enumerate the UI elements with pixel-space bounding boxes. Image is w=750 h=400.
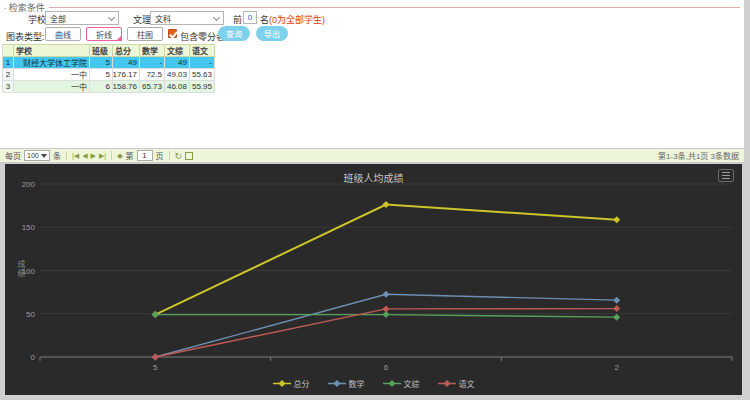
cell-comprehensive: 49.03	[165, 69, 190, 81]
svg-text:2: 2	[614, 363, 619, 372]
per-page-suffix: 条	[53, 150, 61, 161]
svg-text:5: 5	[153, 363, 158, 372]
data-point-数学[interactable]	[383, 291, 390, 298]
chart-legend: 总分数学文综语文	[5, 378, 742, 389]
header-class[interactable]: 班级	[90, 45, 113, 57]
table-row[interactable]: 1 财经大学体工学院 5 49 - 49 -	[3, 57, 215, 69]
cell-total: 158.76	[113, 81, 140, 93]
chart-type-label: 图表类型:	[6, 30, 45, 43]
data-point-文综[interactable]	[152, 311, 159, 318]
legend-item-数学[interactable]: 数学	[328, 378, 365, 389]
cell-class: 6	[90, 81, 113, 93]
legend-label: 数学	[349, 378, 365, 389]
prev-page-icon[interactable]: ◀	[82, 152, 87, 160]
collapse-dash-icon[interactable]: -	[4, 3, 7, 12]
school-select[interactable]: 全部	[45, 11, 119, 25]
cell-total: 176.17	[113, 69, 140, 81]
per-page-select[interactable]: 100	[24, 150, 50, 161]
header-row-number	[3, 45, 14, 57]
select-arrow-icon	[41, 154, 47, 158]
table-row[interactable]: 3 一中 6 158.76 65.73 46.08 55.95	[3, 81, 215, 93]
resize-icon[interactable]	[185, 152, 193, 160]
data-point-数学[interactable]	[613, 297, 620, 304]
table-pager: 每页 100 条 |◀ ◀ ▶ ▶| ◆ 第 页 ↻ 第1-3	[0, 148, 744, 163]
cell-school: 财经大学体工学院	[14, 57, 90, 69]
subject-select[interactable]: 文科	[150, 11, 224, 25]
svg-text:50: 50	[26, 310, 35, 319]
header-math[interactable]: 数学	[140, 45, 165, 57]
chevron-down-icon	[108, 13, 115, 20]
cell-comprehensive: 49	[165, 57, 190, 69]
legend-label: 总分	[294, 378, 310, 389]
legend-marker-icon	[383, 379, 401, 388]
data-point-语文[interactable]	[613, 305, 620, 312]
legend-marker-icon	[273, 379, 291, 388]
chart-canvas[interactable]: 050100150200562	[5, 164, 742, 395]
header-comprehensive[interactable]: 文综	[165, 45, 190, 57]
cell-row-number: 2	[3, 69, 14, 81]
first-page-icon[interactable]: |◀	[72, 152, 79, 160]
svg-text:0: 0	[31, 353, 36, 362]
top-n-suffix-text: 名	[260, 15, 269, 25]
export-button[interactable]: 导出	[256, 26, 288, 41]
cell-math: -	[140, 57, 165, 69]
table-row[interactable]: 2 一中 5 176.17 72.5 49.03 55.63	[3, 69, 215, 81]
per-page-label: 每页	[5, 150, 21, 161]
svg-text:150: 150	[22, 223, 36, 232]
pager-separator	[66, 151, 67, 160]
query-button[interactable]: 查询	[218, 26, 250, 41]
data-point-语文[interactable]	[383, 305, 390, 312]
refresh-icon[interactable]: ↻	[175, 151, 183, 161]
panel-divider	[49, 7, 740, 8]
table-header-row: 学校 班级 总分 数学 文综 语文	[3, 45, 215, 57]
search-panel: - 检索条件 学校: 全部 文理: 文科 前 名(0为全部学生) 图表类型: 曲…	[0, 0, 744, 163]
subject-select-value: 文科	[155, 13, 171, 24]
chart-panel: 050100150200562 班级人均成绩 成绩 总分数学文综语文	[5, 164, 742, 395]
cell-total: 49	[113, 57, 140, 69]
header-school[interactable]: 学校	[14, 45, 90, 57]
last-page-icon[interactable]: ▶|	[99, 152, 106, 160]
header-chinese[interactable]: 语文	[190, 45, 215, 57]
pager-summary: 第1-3条,共1页 3条数据	[658, 150, 739, 161]
data-point-总分[interactable]	[383, 201, 390, 208]
chevron-down-icon	[213, 13, 220, 20]
page-number-input[interactable]	[137, 150, 153, 161]
cell-class: 5	[90, 57, 113, 69]
hamburger-menu-icon[interactable]	[718, 169, 734, 182]
next-page-icon[interactable]: ▶	[91, 152, 96, 160]
cell-class: 5	[90, 69, 113, 81]
chart-type-curve-button[interactable]: 曲线	[45, 27, 81, 41]
legend-marker-icon	[438, 379, 456, 388]
legend-item-语文[interactable]: 语文	[438, 378, 475, 389]
data-point-语文[interactable]	[152, 354, 159, 361]
legend-label: 语文	[459, 378, 475, 389]
cell-math: 65.73	[140, 81, 165, 93]
legend-item-文综[interactable]: 文综	[383, 378, 420, 389]
header-total[interactable]: 总分	[113, 45, 140, 57]
data-point-总分[interactable]	[613, 216, 620, 223]
chart-type-polyline-button[interactable]: 折线	[86, 27, 122, 41]
cell-chinese: 55.95	[190, 81, 215, 93]
data-point-文综[interactable]	[613, 314, 620, 321]
y-axis-title: 成绩	[15, 260, 26, 278]
goto-page-icon[interactable]: ◆	[117, 152, 122, 160]
legend-marker-icon	[328, 379, 346, 388]
include-zero-checkbox[interactable]	[168, 29, 177, 38]
pager-separator	[111, 151, 112, 160]
chart-type-bar-button[interactable]: 柱图	[127, 27, 163, 41]
top-n-input[interactable]	[243, 11, 257, 24]
pager-separator	[169, 151, 170, 160]
panel-title: 检索条件	[9, 1, 45, 14]
page-prefix-label: 第	[126, 150, 134, 161]
results-table: 学校 班级 总分 数学 文综 语文 1 财经大学体工学院 5 49 - 49 -…	[2, 44, 215, 93]
top-n-suffix-label: 名(0为全部学生)	[260, 13, 325, 26]
cell-school: 一中	[14, 81, 90, 93]
chart-title: 班级人均成绩	[5, 170, 742, 185]
cell-school: 一中	[14, 69, 90, 81]
school-select-value: 全部	[50, 13, 66, 24]
cell-math: 72.5	[140, 69, 165, 81]
legend-item-总分[interactable]: 总分	[273, 378, 310, 389]
page-suffix-label: 页	[156, 150, 164, 161]
app-window: - 检索条件 学校: 全部 文理: 文科 前 名(0为全部学生) 图表类型: 曲…	[0, 0, 750, 400]
cell-chinese: 55.63	[190, 69, 215, 81]
